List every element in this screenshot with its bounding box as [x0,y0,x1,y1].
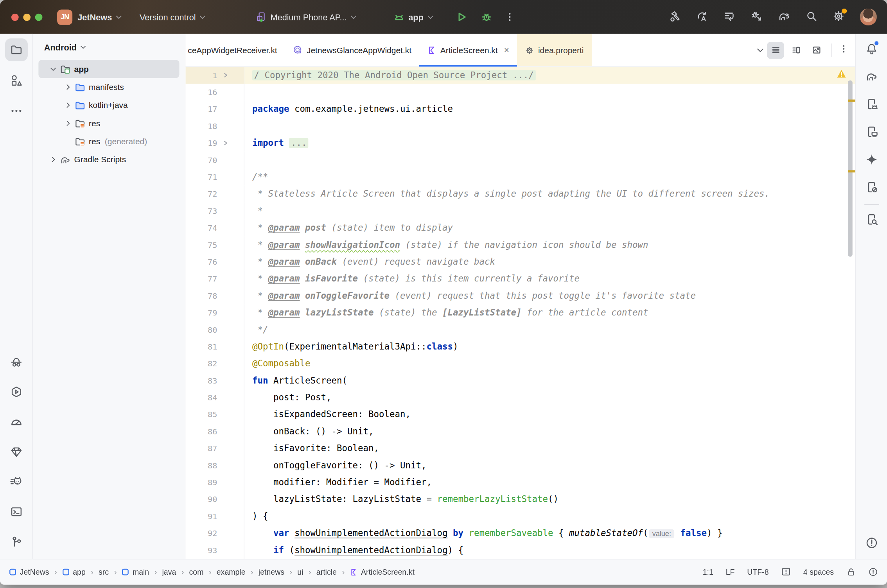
code-view-button[interactable] [767,41,784,58]
breadcrumb-app[interactable]: app [62,568,86,576]
settings-button[interactable] [833,10,844,24]
inspection-warning-icon[interactable] [837,70,846,78]
close-tab-icon[interactable]: × [504,45,510,55]
line-separator-widget[interactable]: LF [726,568,735,576]
logcat-toolwindow-button[interactable] [5,470,27,493]
more-toolwindows-button[interactable] [5,100,27,122]
tree-item-manifests[interactable]: manifests [33,78,185,96]
gemini-toolwindow-button[interactable] [860,148,883,171]
code-line: 76 * @param onBack (event) request navig… [185,253,855,270]
warning-stripe-mark[interactable] [848,170,855,172]
tree-item-app[interactable]: app [38,60,179,78]
breadcrumb-main[interactable]: main [122,568,149,576]
code-line: 74 * @param post (state) item to display [185,219,855,236]
divider [831,43,832,57]
list-rerun-icon [724,10,735,22]
app-quality-insights-toolwindow-button[interactable] [5,441,27,463]
code-view-icon [771,45,781,55]
app-inspection-toolwindow-button[interactable] [5,351,27,373]
zoom-window-button[interactable] [35,13,43,21]
run-configuration-selector[interactable]: app [394,12,433,22]
problems-indicator-icon[interactable] [868,567,878,577]
tab-idea-properties[interactable]: idea.properti [517,34,591,66]
close-window-button[interactable] [11,13,19,21]
device-selector[interactable]: Medium Phone AP... [256,12,356,22]
tab-articlescreen[interactable]: ArticleScreen.kt × [419,34,517,66]
breadcrumb-java[interactable]: java [162,568,176,576]
indent-widget[interactable]: 4 spaces [803,568,834,576]
code-line: 19import ... [185,134,855,151]
editor-tab-controls [757,34,855,66]
device-explorer-toolwindow-button[interactable] [860,208,883,231]
phone-search-icon [865,213,878,226]
more-actions-button[interactable] [505,12,515,22]
code-editor[interactable]: 1/ Copyright 2020 The Android Open Sourc… [185,67,855,559]
lock-open-icon[interactable] [846,567,856,577]
search-everywhere-button[interactable] [806,10,817,24]
tree-item-res-generated[interactable]: res (generated) [33,132,185,150]
split-view-icon [791,45,801,55]
tree-item-label: res [89,137,100,146]
services-toolwindow-button[interactable] [5,380,27,403]
tree-item-kotlin-java[interactable]: kotlin+java [33,96,185,114]
titlebar: JN JetNews Version control Medium Phone … [0,0,887,34]
code-line: 16 [185,84,855,100]
breadcrumb-example[interactable]: example [217,568,246,576]
breadcrumb-article[interactable]: article [316,568,337,576]
breadcrumb-com[interactable]: com [189,568,204,576]
run-history-button[interactable] [724,10,735,24]
warning-stripe-mark[interactable] [848,100,855,102]
sync-refresh-button[interactable] [697,10,708,24]
project-widget[interactable]: JetNews [77,12,122,22]
problems-toolwindow-button[interactable] [860,532,883,554]
breadcrumb-ui[interactable]: ui [297,568,303,576]
project-view-selector[interactable]: Android [33,34,185,60]
breadcrumb-jetnews[interactable]: JetNews [9,568,49,576]
caret-position-widget[interactable]: 1:1 [703,568,713,576]
running-devices-icon [865,125,878,138]
chevron-right-icon [66,120,70,126]
user-avatar[interactable] [860,9,877,25]
refresh-a-icon [697,10,708,22]
fold-arrow-icon [223,72,228,78]
code-line: 70 [185,152,855,169]
gradle-sync-button[interactable] [778,10,790,24]
ide-window: JN JetNews Version control Medium Phone … [0,0,887,585]
run-button[interactable] [456,11,467,23]
attach-debugger-button[interactable] [751,10,762,24]
code-line: 88 onToggleFavorite: () -> Unit, [185,457,855,474]
design-view-button[interactable] [808,41,825,58]
hidden-tabs-chevron-icon[interactable] [757,48,763,52]
breadcrumb-file[interactable]: ArticleScreen.kt [350,568,415,576]
project-toolwindow-button[interactable] [5,38,27,61]
minimize-window-button[interactable] [23,13,31,21]
highlighting-level-icon[interactable] [781,567,791,577]
notifications-button[interactable] [860,37,883,60]
encoding-widget[interactable]: UTF-8 [747,568,768,576]
debug-button[interactable] [481,11,492,23]
breadcrumb-src[interactable]: src [99,568,109,576]
terminal-toolwindow-button[interactable] [5,500,27,523]
editor-scrollbar[interactable] [848,80,853,256]
chevron-down-icon [427,15,433,19]
tree-item-gradle-scripts[interactable]: Gradle Scripts [33,151,185,169]
device-manager-toolwindow-button[interactable] [860,93,883,115]
device-mirroring-toolwindow-button[interactable] [860,176,883,199]
breadcrumb-jetnews-pkg[interactable]: jetnews [259,568,284,576]
tab-jetnewsglanceappwidget[interactable]: JetnewsGlanceAppWidget.kt [285,34,419,66]
project-icon[interactable]: JN [57,9,72,25]
tree-item-res[interactable]: res [33,114,185,132]
gradle-elephant-icon [865,70,878,82]
profiler-toolwindow-button[interactable] [5,411,27,433]
tab-options-button[interactable] [839,44,849,56]
module-icon [122,568,129,576]
build-button[interactable] [669,10,681,24]
version-control-toolwindow-button[interactable] [5,531,27,553]
gradle-toolwindow-button[interactable] [860,65,883,88]
vcs-widget[interactable]: Version control [140,12,205,22]
split-view-button[interactable] [787,41,804,58]
resource-manager-toolwindow-button[interactable] [5,69,27,91]
running-devices-toolwindow-button[interactable] [860,120,883,143]
tab-ceappwidgetreceiver[interactable]: ceAppWidgetReceiver.kt [185,34,285,66]
tab-label: ArticleScreen.kt [440,45,498,54]
